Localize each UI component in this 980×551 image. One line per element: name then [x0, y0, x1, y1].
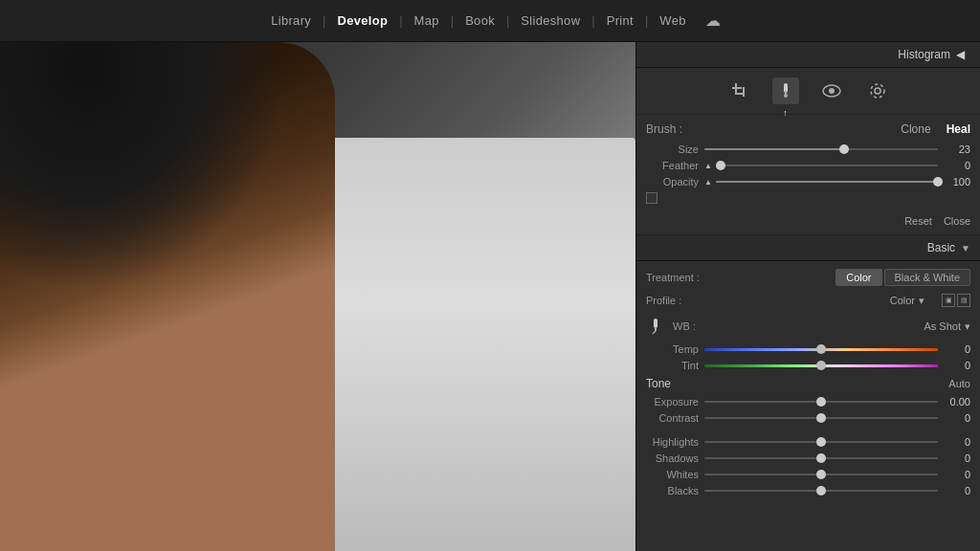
contrast-thumb[interactable] — [816, 413, 826, 423]
whites-value: 0 — [944, 469, 970, 480]
contrast-track[interactable] — [704, 417, 938, 419]
whites-track[interactable] — [704, 474, 938, 475]
brush-opacity-track[interactable] — [716, 181, 938, 183]
temp-value: 0 — [944, 343, 970, 355]
nav-map[interactable]: Map — [403, 13, 451, 28]
temp-track[interactable] — [704, 348, 938, 351]
blacks-track[interactable] — [704, 490, 938, 492]
svg-rect-3 — [732, 87, 742, 89]
profile-label: Profile : — [646, 295, 681, 306]
blacks-thumb[interactable] — [816, 486, 826, 496]
exposure-row: Exposure 0.00 — [646, 396, 970, 408]
brush-footer: Reset Close — [646, 211, 970, 227]
tint-value: 0 — [944, 360, 970, 371]
basic-section-header[interactable]: Basic ▼ — [636, 235, 980, 261]
profile-icon-2[interactable]: ▤ — [957, 294, 970, 307]
svg-rect-2 — [743, 87, 745, 97]
exposure-track[interactable] — [704, 401, 938, 403]
brush-size-thumb[interactable] — [839, 144, 849, 154]
tone-header: Tone Auto — [646, 377, 970, 390]
brush-size-track[interactable] — [704, 148, 938, 150]
settings-tool-icon[interactable] — [864, 77, 891, 104]
svg-rect-11 — [654, 319, 657, 328]
brush-heal-btn[interactable]: Heal — [947, 122, 970, 136]
wb-value[interactable]: As Shot ▾ — [924, 320, 970, 333]
basic-section-arrow: ▼ — [961, 243, 970, 253]
svg-point-8 — [829, 88, 835, 94]
svg-rect-12 — [655, 327, 657, 331]
cloud-icon[interactable]: ☁ — [705, 11, 721, 30]
nav-web[interactable]: Web — [648, 13, 697, 28]
svg-line-13 — [653, 331, 656, 334]
tint-row: Tint 0 — [646, 360, 970, 371]
tone-auto-btn[interactable]: Auto — [948, 378, 970, 389]
nav-book[interactable]: Book — [454, 13, 506, 28]
top-navigation: Library | Develop | Map | Book | Slidesh… — [0, 0, 980, 42]
wb-eyedropper-icon[interactable] — [646, 317, 665, 336]
shadows-value: 0 — [944, 452, 970, 464]
shadows-label: Shadows — [646, 452, 699, 464]
contrast-value: 0 — [944, 412, 970, 424]
nav-print[interactable]: Print — [595, 13, 645, 28]
brush-opacity-value: 100 — [944, 176, 970, 187]
nav-develop[interactable]: Develop — [325, 13, 399, 28]
basic-section-title: Basic — [927, 241, 955, 254]
highlights-value: 0 — [944, 436, 970, 448]
brush-checkbox[interactable] — [646, 192, 657, 204]
brush-close-btn[interactable]: Close — [944, 215, 970, 227]
shadows-thumb[interactable] — [816, 453, 826, 463]
tint-thumb[interactable] — [816, 361, 826, 370]
brush-header: Brush : Clone Heal — [646, 122, 970, 136]
highlights-label: Highlights — [646, 436, 699, 448]
histogram-header[interactable]: Histogram ◀ — [636, 42, 980, 68]
svg-point-10 — [871, 84, 884, 98]
treatment-bw-btn[interactable]: Black & White — [884, 269, 970, 286]
brush-reset-btn[interactable]: Reset — [904, 215, 932, 227]
eye-tool-icon[interactable] — [818, 77, 845, 104]
treatment-label: Treatment : — [646, 272, 700, 283]
brush-size-fill — [704, 148, 844, 150]
wb-row: WB : As Shot ▾ — [646, 317, 970, 336]
profile-icon-1[interactable]: ▣ — [942, 294, 955, 307]
basic-panel: Treatment : Color Black & White Profile … — [636, 261, 980, 509]
brush-opacity-thumb[interactable] — [933, 177, 943, 187]
brush-actions: Clone Heal — [901, 122, 970, 136]
nav-slideshow[interactable]: Slideshow — [509, 13, 591, 28]
wb-label: WB : — [673, 320, 916, 332]
treatment-color-btn[interactable]: Color — [835, 269, 881, 286]
temp-row: Temp 0 — [646, 343, 970, 355]
brush-feather-label: Feather — [646, 160, 699, 171]
brush-clone-btn[interactable]: Clone — [901, 122, 930, 136]
whites-row: Whites 0 — [646, 469, 970, 480]
brush-feather-row: Feather ▲ 0 — [646, 160, 970, 171]
brush-label: Brush : — [646, 122, 682, 136]
crop-tool-icon[interactable] — [726, 77, 753, 104]
tint-track[interactable] — [704, 364, 938, 367]
highlights-track[interactable] — [704, 441, 938, 443]
temp-thumb[interactable] — [816, 344, 826, 354]
brush-checkbox-row — [646, 192, 970, 204]
svg-point-6 — [784, 94, 788, 98]
highlights-thumb[interactable] — [816, 437, 826, 447]
brush-feather-thumb[interactable] — [716, 161, 725, 170]
profile-value[interactable]: Color ▾ — [890, 295, 924, 307]
tool-icons-row: ↑ — [636, 68, 980, 115]
exposure-thumb[interactable] — [816, 397, 826, 407]
nav-library[interactable]: Library — [259, 13, 323, 28]
photo-hair — [0, 42, 287, 291]
brush-feather-track[interactable] — [716, 165, 938, 166]
exposure-value: 0.00 — [944, 396, 970, 408]
blacks-label: Blacks — [646, 485, 699, 496]
profile-row: Profile : Color ▾ ▣ ▤ — [646, 294, 970, 307]
highlights-row: Highlights 0 — [646, 436, 970, 448]
contrast-row: Contrast 0 — [646, 412, 970, 424]
brush-tool-icon[interactable]: ↑ — [772, 77, 799, 104]
feather-triangle-icon: ▲ — [704, 162, 712, 170]
brush-opacity-label: Opacity — [646, 176, 699, 187]
whites-thumb[interactable] — [816, 470, 826, 479]
blacks-row: Blacks 0 — [646, 485, 970, 496]
photo-canvas — [0, 42, 635, 551]
histogram-arrow: ◀ — [956, 48, 965, 61]
exposure-label: Exposure — [646, 396, 699, 408]
shadows-track[interactable] — [704, 457, 938, 459]
